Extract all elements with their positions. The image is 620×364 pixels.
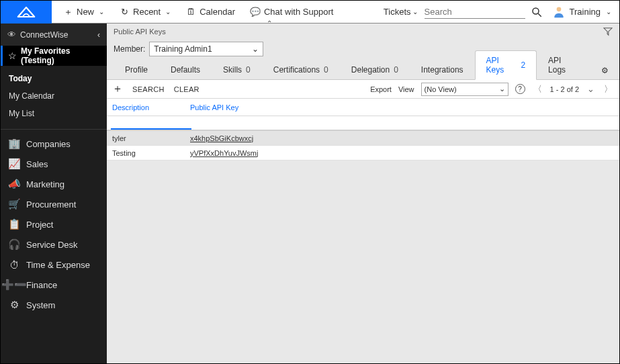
pager-prev-icon[interactable]: 〈: [532, 83, 543, 95]
user-menu[interactable]: Training ⌄: [552, 5, 611, 19]
recent-button[interactable]: ↻ Recent ⌄: [119, 7, 171, 17]
api-keys-grid: Description Public API Key tyler x4khpSb…: [107, 99, 619, 161]
sidebar-favorites[interactable]: ☆ My Favorites (Testing): [1, 46, 107, 66]
chevron-left-icon[interactable]: ‹: [97, 30, 100, 40]
tab-label: Integrations: [421, 65, 463, 75]
connectwise-icon: 👁: [7, 30, 16, 40]
connectwise-logo-icon: [17, 5, 36, 19]
cell-public-key-link[interactable]: x4khpSbGiKcbwxcj: [190, 134, 253, 142]
sidebar-quick-links: Today My Calendar My List: [1, 66, 107, 129]
favorites-label: My Favorites (Testing): [21, 46, 101, 65]
avatar-icon: [552, 5, 566, 19]
calendar-label: Calendar: [200, 7, 235, 17]
breadcrumb-row: Public API Keys: [107, 24, 619, 40]
tab-label: Delegation: [351, 65, 390, 75]
tickets-label: Tickets: [384, 7, 411, 17]
tab-label: Defaults: [171, 65, 200, 75]
sidebar-item-procurement[interactable]: 🛒Procurement: [1, 194, 107, 214]
export-button[interactable]: Export: [370, 85, 392, 93]
tab-count: 0: [394, 65, 398, 75]
sidebar-item-sales[interactable]: 📈Sales: [1, 154, 107, 174]
sidebar-header-label: ConnectWise: [20, 30, 68, 40]
help-icon[interactable]: ?: [515, 84, 525, 94]
column-public-key[interactable]: Public API Key: [187, 103, 619, 111]
tab-integrations[interactable]: Integrations: [410, 60, 475, 79]
tab-defaults[interactable]: Defaults: [159, 60, 212, 79]
sidebar-item-service-desk[interactable]: 🎧Service Desk: [1, 234, 107, 255]
tab-label: API Logs: [548, 56, 579, 75]
chevron-down-icon: ⌄: [499, 85, 505, 93]
finance-icon: ➕➖: [9, 279, 19, 290]
tab-count: 2: [521, 60, 525, 70]
add-button[interactable]: ＋: [112, 82, 123, 96]
service-desk-icon: 🎧: [9, 239, 19, 250]
search-button[interactable]: SEARCH: [132, 85, 165, 93]
pager-next-icon[interactable]: 〉: [603, 83, 614, 95]
tab-certifications[interactable]: Certifications0: [262, 60, 340, 79]
sidebar-item-system[interactable]: ⚙System: [1, 295, 107, 315]
new-label: New: [77, 7, 94, 17]
pager-text: 1 - 2 of 2: [550, 85, 579, 93]
star-icon: ☆: [8, 50, 17, 61]
nav-label: Sales: [26, 159, 48, 169]
app-logo[interactable]: [1, 1, 52, 24]
sidebar-item-time-expense[interactable]: ⏱Time & Expense: [1, 255, 107, 275]
tab-delegation[interactable]: Delegation0: [340, 60, 410, 79]
tab-label: Skills: [223, 65, 242, 75]
nav-label: Procurement: [26, 199, 76, 210]
calendar-button[interactable]: 🗓 Calendar: [185, 7, 235, 17]
main-panel: Public API Keys Member: Training Admin1 …: [107, 24, 619, 363]
system-icon: ⚙: [9, 300, 19, 310]
view-select[interactable]: (No View) ⌄: [421, 83, 508, 96]
breadcrumb: Public API Keys: [114, 28, 166, 36]
clear-button[interactable]: CLEAR: [174, 85, 200, 93]
project-icon: 📋: [9, 219, 19, 230]
tab-settings-gear-icon[interactable]: ⚙: [597, 62, 613, 79]
column-description[interactable]: Description: [107, 103, 187, 111]
chevron-down-icon: ⌄: [99, 8, 104, 15]
tab-profile[interactable]: Profile: [114, 60, 159, 79]
nav-label: Project: [26, 220, 53, 230]
tab-api-keys[interactable]: API Keys2: [475, 50, 537, 80]
sidebar-header[interactable]: 👁 ConnectWise ‹: [1, 24, 107, 46]
new-button[interactable]: ＋ New ⌄: [62, 7, 104, 17]
view-value: (No View): [425, 85, 457, 93]
nav-label: Time & Expense: [26, 260, 90, 270]
recent-label: Recent: [133, 7, 161, 17]
sidebar-link-my-calendar[interactable]: My Calendar: [1, 87, 107, 105]
procurement-icon: 🛒: [9, 199, 19, 210]
companies-icon: 🏢: [9, 138, 19, 149]
chat-label: Chat with Support: [264, 7, 333, 17]
tab-label: Profile: [125, 65, 148, 75]
tab-label: Certifications: [273, 65, 320, 75]
tab-skills[interactable]: Skills0: [212, 60, 262, 79]
filter-icon[interactable]: [603, 27, 613, 36]
table-row[interactable]: Testing yVPfXxDhYuvJWsmj: [107, 146, 619, 161]
search-icon[interactable]: [531, 6, 543, 18]
marketing-icon: 📣: [9, 179, 19, 189]
filter-description[interactable]: [111, 116, 191, 130]
search-input[interactable]: [425, 5, 525, 19]
chevron-down-icon: ⌄: [606, 8, 611, 15]
tab-api-logs[interactable]: API Logs: [537, 50, 590, 79]
table-row[interactable]: tyler x4khpSbGiKcbwxcj: [107, 131, 619, 146]
sidebar-link-today[interactable]: Today: [1, 70, 107, 87]
tickets-dropdown[interactable]: Tickets ⌄: [384, 7, 418, 17]
sidebar-item-finance[interactable]: ➕➖Finance: [1, 275, 107, 295]
sidebar-item-project[interactable]: 📋Project: [1, 214, 107, 234]
member-select[interactable]: Training Admin1 ⌄: [149, 42, 263, 56]
sales-icon: 📈: [9, 158, 19, 169]
sidebar-item-companies[interactable]: 🏢Companies: [1, 134, 107, 154]
user-label: Training: [570, 7, 601, 17]
plus-icon: ＋: [62, 7, 73, 17]
pager-dropdown-icon[interactable]: ⌄: [586, 84, 596, 94]
cell-public-key-link[interactable]: yVPfXxDhYuvJWsmj: [190, 149, 258, 157]
chat-support-button[interactable]: 💬 Chat with Support: [250, 7, 333, 17]
sidebar: 👁 ConnectWise ‹ ☆ My Favorites (Testing)…: [1, 24, 107, 363]
grid-filter-row: [107, 116, 619, 131]
sidebar-link-my-list[interactable]: My List: [1, 105, 107, 122]
top-bar: ＋ New ⌄ ↻ Recent ⌄ 🗓 Calendar 💬 Chat wit…: [1, 1, 619, 24]
member-label: Member:: [114, 44, 145, 54]
sidebar-item-marketing[interactable]: 📣Marketing: [1, 174, 107, 194]
nav-label: Service Desk: [26, 240, 78, 250]
